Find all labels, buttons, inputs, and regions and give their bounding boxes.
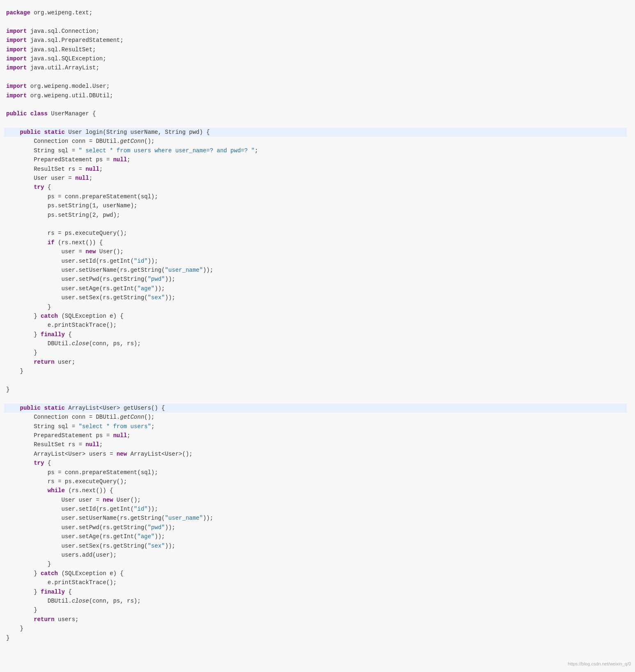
line-65: DBUtil.close(conn, ps, rs);: [4, 596, 627, 605]
line-41: [4, 376, 627, 385]
line-48: ResultSet rs = null;: [4, 440, 627, 449]
line-40: }: [4, 367, 627, 376]
line-36: } finally {: [4, 330, 627, 339]
line-15: Connection conn = DBUtil.getConn();: [4, 137, 627, 146]
line-59: user.setSex(rs.getString("sex"));: [4, 541, 627, 550]
watermark: https://blog.csdn.net/weixin_q/0: [568, 661, 631, 668]
line-2: [4, 17, 627, 26]
line-57: user.setPwd(rs.getString("pwd"));: [4, 523, 627, 532]
line-23: ps.setString(2, pwd);: [4, 211, 627, 220]
line-46: String sql = "select * from users";: [4, 422, 627, 431]
line-16: String sql = " select * from users where…: [4, 146, 627, 155]
line-37: DBUtil.close(conn, ps, rs);: [4, 339, 627, 348]
line-12: public class UserManager {: [4, 109, 627, 118]
line-60: users.add(user);: [4, 550, 627, 560]
line-34: } catch (SQLException e) {: [4, 312, 627, 321]
line-13: [4, 119, 627, 128]
line-67: return users;: [4, 615, 627, 624]
line-58: user.setAge(rs.getInt("age"));: [4, 532, 627, 541]
line-26: if (rs.next()) {: [4, 238, 627, 247]
line-53: while (rs.next()) {: [4, 486, 627, 495]
line-63: e.printStackTrace();: [4, 578, 627, 587]
line-45: Connection conn = DBUtil.getConn();: [4, 413, 627, 422]
line-19: User user = null;: [4, 174, 627, 183]
line-44-highlighted: public static ArrayList<User> getUsers()…: [4, 404, 627, 413]
line-64: } finally {: [4, 587, 627, 596]
line-10: import org.weipeng.util.DBUtil;: [4, 91, 627, 100]
line-21: ps = conn.prepareStatement(sql);: [4, 192, 627, 201]
line-49: ArrayList<User> users = new ArrayList<Us…: [4, 450, 627, 459]
line-47: PreparedStatement ps = null;: [4, 431, 627, 440]
line-39: return user;: [4, 358, 627, 367]
line-9: import org.weipeng.model.User;: [4, 82, 627, 91]
line-4: import java.sql.PreparedStatement;: [4, 36, 627, 45]
line-32: user.setSex(rs.getString("sex"));: [4, 293, 627, 302]
line-8: [4, 73, 627, 82]
line-6: import java.sql.SQLException;: [4, 54, 627, 63]
line-18: ResultSet rs = null;: [4, 165, 627, 174]
line-30: user.setPwd(rs.getString("pwd"));: [4, 275, 627, 284]
code-block: package org.weipeng.text; import java.sq…: [4, 8, 627, 642]
line-56: user.setUserName(rs.getString("user_name…: [4, 514, 627, 523]
line-54: User user = new User();: [4, 495, 627, 505]
line-61: }: [4, 560, 627, 569]
line-24: [4, 220, 627, 229]
line-5: import java.sql.ResultSet;: [4, 45, 627, 54]
line-62: } catch (SQLException e) {: [4, 569, 627, 578]
line-31: user.setAge(rs.getInt("age"));: [4, 284, 627, 293]
line-43: [4, 394, 627, 403]
line-38: }: [4, 348, 627, 357]
line-69: }: [4, 633, 627, 642]
line-25: rs = ps.executeQuery();: [4, 229, 627, 238]
line-68: }: [4, 624, 627, 633]
line-33: }: [4, 303, 627, 312]
line-55: user.setId(rs.getInt("id"));: [4, 505, 627, 514]
line-1: package org.weipeng.text;: [4, 8, 627, 17]
line-50: try {: [4, 459, 627, 468]
line-28: user.setId(rs.getInt("id"));: [4, 257, 627, 266]
code-container: package org.weipeng.text; import java.sq…: [0, 0, 635, 672]
line-14-highlighted: public static User login(String userName…: [4, 128, 627, 137]
line-20: try {: [4, 183, 627, 192]
line-29: user.setUserName(rs.getString("user_name…: [4, 266, 627, 275]
line-3: import java.sql.Connection;: [4, 27, 627, 36]
line-11: [4, 100, 627, 109]
line-22: ps.setString(1, userName);: [4, 201, 627, 210]
line-35: e.printStackTrace();: [4, 321, 627, 330]
line-42: }: [4, 385, 627, 394]
line-52: rs = ps.executeQuery();: [4, 477, 627, 486]
line-27: user = new User();: [4, 247, 627, 256]
line-66: }: [4, 605, 627, 615]
line-7: import java.util.ArrayList;: [4, 63, 627, 72]
line-17: PreparedStatement ps = null;: [4, 155, 627, 164]
line-51: ps = conn.prepareStatement(sql);: [4, 468, 627, 477]
